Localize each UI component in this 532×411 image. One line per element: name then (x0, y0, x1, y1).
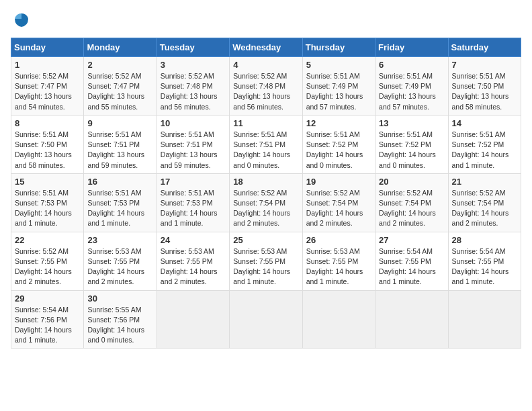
day-content: Sunrise: 5:54 AM Sunset: 7:55 PM Dayligh… (379, 246, 444, 287)
day-number: 15 (15, 177, 80, 187)
logo-icon (12, 11, 31, 30)
sunrise-label: Sunrise: 5:52 AM (452, 189, 506, 197)
sunrise-label: Sunrise: 5:52 AM (233, 72, 287, 80)
day-number: 3 (161, 60, 226, 70)
sunrise-label: Sunrise: 5:51 AM (87, 130, 141, 138)
calendar-cell: 8 Sunrise: 5:51 AM Sunset: 7:50 PM Dayli… (11, 115, 84, 173)
day-content: Sunrise: 5:51 AM Sunset: 7:49 PM Dayligh… (379, 71, 444, 112)
day-number: 11 (233, 118, 298, 128)
day-number: 9 (87, 118, 152, 128)
day-number: 30 (87, 293, 152, 304)
sunrise-label: Sunrise: 5:52 AM (87, 72, 141, 80)
day-content: Sunrise: 5:53 AM Sunset: 7:55 PM Dayligh… (306, 246, 371, 287)
sunset-label: Sunset: 7:51 PM (161, 140, 213, 148)
day-content: Sunrise: 5:54 AM Sunset: 7:55 PM Dayligh… (452, 246, 517, 287)
day-number: 1 (15, 60, 80, 70)
day-number: 29 (15, 293, 80, 304)
day-content: Sunrise: 5:55 AM Sunset: 7:56 PM Dayligh… (87, 305, 152, 346)
day-number: 17 (161, 177, 226, 187)
daylight-label: Daylight: 14 hours and 2 minutes. (15, 267, 72, 285)
header-saturday: Saturday (448, 38, 521, 57)
daylight-label: Daylight: 14 hours and 1 minute. (452, 267, 509, 285)
day-number: 5 (306, 60, 371, 70)
calendar-cell: 9 Sunrise: 5:51 AM Sunset: 7:51 PM Dayli… (84, 115, 157, 173)
daylight-label: Daylight: 13 hours and 56 minutes. (161, 92, 218, 110)
header-thursday: Thursday (302, 38, 375, 57)
daylight-label: Daylight: 13 hours and 59 minutes. (161, 150, 218, 169)
day-number: 25 (233, 235, 298, 245)
sunset-label: Sunset: 7:49 PM (379, 82, 431, 90)
day-content: Sunrise: 5:52 AM Sunset: 7:54 PM Dayligh… (452, 188, 517, 229)
day-content: Sunrise: 5:52 AM Sunset: 7:48 PM Dayligh… (233, 71, 298, 112)
calendar-cell: 29 Sunrise: 5:54 AM Sunset: 7:56 PM Dayl… (11, 290, 84, 349)
sunrise-label: Sunrise: 5:53 AM (161, 247, 214, 255)
sunset-label: Sunset: 7:54 PM (452, 199, 504, 207)
day-content: Sunrise: 5:52 AM Sunset: 7:54 PM Dayligh… (306, 188, 371, 229)
daylight-label: Daylight: 14 hours and 1 minute. (379, 267, 436, 285)
day-content: Sunrise: 5:54 AM Sunset: 7:56 PM Dayligh… (15, 305, 80, 346)
daylight-label: Daylight: 14 hours and 2 minutes. (452, 209, 509, 227)
daylight-label: Daylight: 13 hours and 55 minutes. (87, 92, 144, 110)
sunset-label: Sunset: 7:55 PM (452, 257, 504, 265)
day-number: 13 (379, 118, 444, 128)
day-number: 27 (379, 235, 444, 245)
day-number: 10 (161, 118, 226, 128)
day-number: 6 (379, 60, 444, 70)
calendar-cell: 25 Sunrise: 5:53 AM Sunset: 7:55 PM Dayl… (230, 232, 302, 290)
daylight-label: Daylight: 14 hours and 0 minutes. (87, 326, 144, 344)
daylight-label: Daylight: 13 hours and 57 minutes. (379, 92, 436, 110)
daylight-label: Daylight: 14 hours and 1 minute. (452, 150, 509, 169)
sunrise-label: Sunrise: 5:51 AM (161, 130, 214, 138)
day-content: Sunrise: 5:52 AM Sunset: 7:47 PM Dayligh… (87, 71, 152, 112)
calendar-cell: 13 Sunrise: 5:51 AM Sunset: 7:52 PM Dayl… (375, 115, 448, 173)
daylight-label: Daylight: 14 hours and 2 minutes. (306, 209, 363, 227)
sunrise-label: Sunrise: 5:53 AM (306, 247, 360, 255)
sunrise-label: Sunrise: 5:51 AM (87, 189, 141, 197)
day-number: 28 (452, 235, 517, 245)
calendar-cell (157, 290, 229, 349)
calendar-cell: 16 Sunrise: 5:51 AM Sunset: 7:53 PM Dayl… (84, 173, 157, 232)
calendar-cell: 28 Sunrise: 5:54 AM Sunset: 7:55 PM Dayl… (448, 232, 521, 290)
day-content: Sunrise: 5:52 AM Sunset: 7:48 PM Dayligh… (161, 71, 226, 112)
daylight-label: Daylight: 14 hours and 0 minutes. (233, 150, 290, 169)
sunset-label: Sunset: 7:47 PM (87, 82, 140, 90)
day-content: Sunrise: 5:52 AM Sunset: 7:54 PM Dayligh… (379, 188, 444, 229)
calendar-cell (230, 290, 302, 349)
calendar-cell: 11 Sunrise: 5:51 AM Sunset: 7:51 PM Dayl… (230, 115, 302, 173)
day-number: 22 (15, 235, 80, 245)
sunrise-label: Sunrise: 5:52 AM (15, 247, 69, 255)
sunset-label: Sunset: 7:53 PM (87, 199, 140, 207)
sunset-label: Sunset: 7:52 PM (379, 140, 431, 148)
sunset-label: Sunset: 7:55 PM (306, 257, 359, 265)
day-content: Sunrise: 5:51 AM Sunset: 7:52 PM Dayligh… (452, 130, 517, 171)
calendar-cell: 3 Sunrise: 5:52 AM Sunset: 7:48 PM Dayli… (157, 57, 229, 116)
sunset-label: Sunset: 7:53 PM (15, 199, 67, 207)
daylight-label: Daylight: 14 hours and 1 minute. (161, 209, 218, 227)
sunset-label: Sunset: 7:56 PM (87, 316, 140, 324)
sunrise-label: Sunrise: 5:51 AM (161, 189, 214, 197)
daylight-label: Daylight: 14 hours and 2 minutes. (379, 209, 436, 227)
daylight-label: Daylight: 13 hours and 58 minutes. (452, 92, 509, 110)
sunrise-label: Sunrise: 5:51 AM (452, 130, 506, 138)
header-sunday: Sunday (11, 38, 84, 57)
calendar-cell: 6 Sunrise: 5:51 AM Sunset: 7:49 PM Dayli… (375, 57, 448, 116)
sunset-label: Sunset: 7:55 PM (233, 257, 285, 265)
day-content: Sunrise: 5:51 AM Sunset: 7:49 PM Dayligh… (306, 71, 371, 112)
page-header (11, 11, 521, 30)
calendar-cell: 24 Sunrise: 5:53 AM Sunset: 7:55 PM Dayl… (157, 232, 229, 290)
sunrise-label: Sunrise: 5:54 AM (452, 247, 506, 255)
day-content: Sunrise: 5:51 AM Sunset: 7:51 PM Dayligh… (161, 130, 226, 171)
day-content: Sunrise: 5:51 AM Sunset: 7:53 PM Dayligh… (87, 188, 152, 229)
day-number: 24 (161, 235, 226, 245)
sunrise-label: Sunrise: 5:53 AM (87, 247, 141, 255)
daylight-label: Daylight: 14 hours and 1 minute. (87, 209, 144, 227)
daylight-label: Daylight: 13 hours and 58 minutes. (15, 150, 72, 169)
calendar-week-row: 15 Sunrise: 5:51 AM Sunset: 7:53 PM Dayl… (11, 173, 521, 232)
calendar-cell: 27 Sunrise: 5:54 AM Sunset: 7:55 PM Dayl… (375, 232, 448, 290)
daylight-label: Daylight: 14 hours and 1 minute. (15, 326, 72, 344)
calendar-cell: 22 Sunrise: 5:52 AM Sunset: 7:55 PM Dayl… (11, 232, 84, 290)
day-number: 7 (452, 60, 517, 70)
calendar-cell: 5 Sunrise: 5:51 AM Sunset: 7:49 PM Dayli… (302, 57, 375, 116)
calendar-cell (375, 290, 448, 349)
daylight-label: Daylight: 13 hours and 57 minutes. (306, 92, 363, 110)
